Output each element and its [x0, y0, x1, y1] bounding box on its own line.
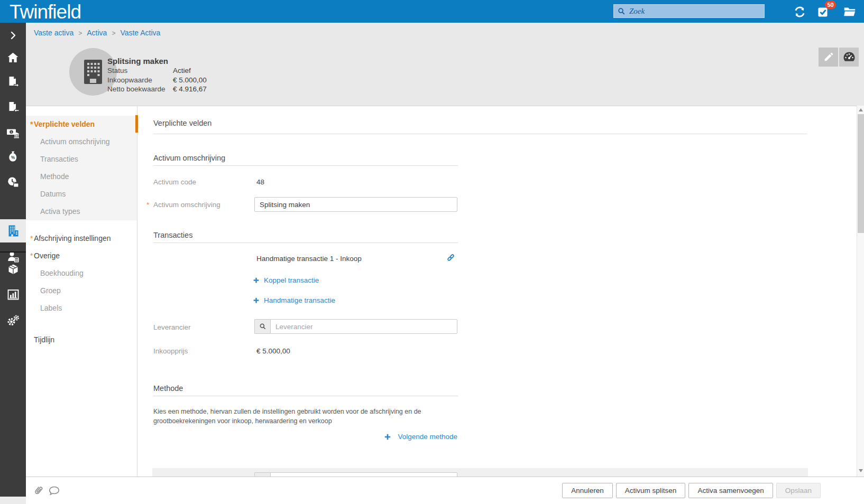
breadcrumb-link-vaste-activa[interactable]: Vaste activa	[34, 29, 73, 37]
activum-code-label: Activum code	[153, 178, 196, 186]
asset-status-value: Actief	[173, 66, 191, 76]
sidebar-item-sales-invoices-icon[interactable]	[0, 71, 26, 92]
group-divider	[153, 242, 458, 243]
sidebar-item-inventory-icon[interactable]	[0, 259, 26, 280]
group-title-methode: Methode	[153, 384, 183, 393]
refresh-icon[interactable]	[792, 4, 807, 19]
koppel-transactie-link[interactable]: Koppel transactie	[253, 276, 319, 284]
asset-inkoopwaarde-value: € 5.000,00	[173, 76, 207, 85]
breadcrumb-link-activa[interactable]: Activa	[87, 29, 107, 37]
asset-field-netto-boekwaarde: Netto boekwaarde € 4.916,67	[107, 85, 207, 94]
breadcrumb-separator: >	[78, 30, 82, 37]
breadcrumb-link-vaste-activa-detail[interactable]: Vaste Activa	[120, 29, 160, 37]
nav-item-methode[interactable]: Methode	[26, 168, 137, 185]
action-bar: Annuleren Activum splitsen Activa samenv…	[26, 477, 864, 504]
asset-header: Splitsing maken Status Actief Inkoopwaar…	[26, 43, 864, 106]
plus-icon	[253, 277, 260, 284]
nav-item-verplichte-velden[interactable]: *Verplichte velden	[26, 116, 137, 133]
section-divider	[153, 134, 807, 134]
folder-icon[interactable]	[842, 4, 857, 19]
search-icon	[259, 323, 266, 330]
linked-transaction-label: Handmatige transactie 1 - Inkoop	[256, 255, 362, 263]
scroll-up-arrow[interactable]	[859, 108, 863, 111]
group-title-transacties: Transacties	[153, 231, 192, 239]
activa-samenvoegen-button[interactable]: Activa samenvoegen	[688, 483, 773, 498]
nav-item-boekhouding[interactable]: Boekhouding	[26, 265, 137, 282]
opslaan-button: Opslaan	[776, 483, 821, 498]
group-divider	[153, 165, 458, 166]
sidebar-item-settings-icon[interactable]	[0, 310, 26, 331]
sidebar-item-cash-bank-icon[interactable]: 1	[0, 122, 26, 143]
dashboard-button[interactable]	[839, 48, 859, 67]
handmatige-transactie-link[interactable]: Handmatige transactie	[253, 296, 335, 304]
tasks-icon[interactable]: 50	[816, 4, 831, 19]
comments-icon[interactable]	[47, 483, 61, 499]
leverancier-input[interactable]	[270, 319, 457, 334]
asset-field-inkoopwaarde: Inkoopwaarde € 5.000,00	[107, 76, 207, 85]
nav-item-overige[interactable]: *Overige	[26, 247, 137, 265]
sidebar-item-purchase-invoices-icon[interactable]	[0, 97, 26, 118]
plus-icon	[253, 297, 260, 304]
inkoopprijs-label: Inkoopprijs	[153, 347, 188, 355]
activum-splitsen-button[interactable]: Activum splitsen	[616, 483, 686, 498]
nav-item-labels[interactable]: Labels	[26, 300, 137, 317]
edit-button[interactable]	[819, 48, 838, 67]
section-nav: *Verplichte velden Activum omschrijving …	[26, 106, 137, 477]
nav-item-transacties[interactable]: Transacties	[26, 151, 137, 168]
sidebar-divider	[0, 251, 26, 253]
required-marker: *	[146, 201, 149, 209]
global-search-input[interactable]	[629, 7, 761, 16]
sidebar-expand-chevron-icon[interactable]	[0, 25, 26, 46]
partial-search-field	[254, 472, 457, 477]
nav-item-afschrijving-instellingen[interactable]: *Afschrijving instellingen	[26, 230, 137, 247]
tasks-badge: 50	[825, 1, 836, 9]
global-search	[613, 4, 765, 18]
leverancier-search-button[interactable]	[254, 319, 270, 334]
gauge-icon	[842, 51, 856, 63]
attachment-icon[interactable]	[31, 483, 45, 499]
nav-item-activum-omschrijving[interactable]: Activum omschrijving	[26, 133, 137, 151]
scroll-down-arrow[interactable]	[859, 469, 863, 472]
activum-code-value: 48	[256, 178, 264, 186]
activum-omschrijving-input[interactable]	[254, 197, 457, 212]
breadcrumb: Vaste activa>Activa>Vaste Activa	[26, 23, 864, 43]
activum-omschrijving-label: Activum omschrijving	[153, 201, 220, 209]
partial-search-button[interactable]	[254, 472, 270, 477]
methode-description: Kies een methode, hiervan zullen de inst…	[153, 407, 465, 426]
active-nav-indicator	[135, 115, 138, 133]
inkoopprijs-value: € 5.000,00	[256, 347, 290, 355]
nav-group-verplichte-velden: *Verplichte velden Activum omschrijving …	[26, 116, 137, 220]
nav-item-datums[interactable]: Datums	[26, 185, 137, 203]
plus-icon	[384, 433, 391, 441]
partial-field-row	[152, 468, 808, 477]
building-icon	[82, 59, 104, 85]
chain-link-icon[interactable]	[446, 253, 455, 262]
svg-text:%: %	[11, 155, 15, 160]
scrollbar-thumb[interactable]	[858, 114, 864, 233]
group-title-activum-omschrijving: Activum omschrijving	[153, 154, 225, 162]
section-title: Verplichte velden	[153, 119, 212, 127]
nav-item-activa-types[interactable]: Activa types	[26, 203, 137, 220]
volgende-methode-link[interactable]: Volgende methode	[254, 433, 457, 441]
asset-field-status: Status Actief	[107, 66, 207, 76]
sidebar-item-reports-icon[interactable]	[0, 284, 26, 305]
sidebar-item-time-expenses-icon[interactable]	[0, 172, 26, 193]
app-logo[interactable]: Twinfield	[10, 0, 81, 23]
annuleren-button[interactable]: Annuleren	[562, 483, 613, 498]
nav-item-tijdlijn[interactable]: Tijdlijn	[26, 331, 137, 349]
asset-title: Splitsing maken	[107, 57, 168, 66]
breadcrumb-separator: >	[112, 30, 115, 37]
sidebar-item-fixed-assets-icon[interactable]	[0, 219, 26, 242]
vertical-scrollbar[interactable]	[857, 106, 864, 477]
partial-input[interactable]	[270, 472, 457, 477]
sidebar-item-vat-icon[interactable]: %	[0, 146, 26, 167]
asset-netto-boekwaarde-value: € 4.916,67	[173, 85, 207, 94]
main-sidebar: 1 %	[0, 23, 26, 497]
top-header: Twinfield 50	[0, 0, 864, 23]
search-icon	[617, 7, 626, 16]
leverancier-label: Leverancier	[153, 323, 191, 331]
sidebar-item-home-icon[interactable]	[0, 46, 26, 68]
form-panel: Verplichte velden Activum omschrijving A…	[137, 106, 857, 477]
nav-item-groep[interactable]: Groep	[26, 282, 137, 300]
leverancier-field	[254, 319, 457, 334]
